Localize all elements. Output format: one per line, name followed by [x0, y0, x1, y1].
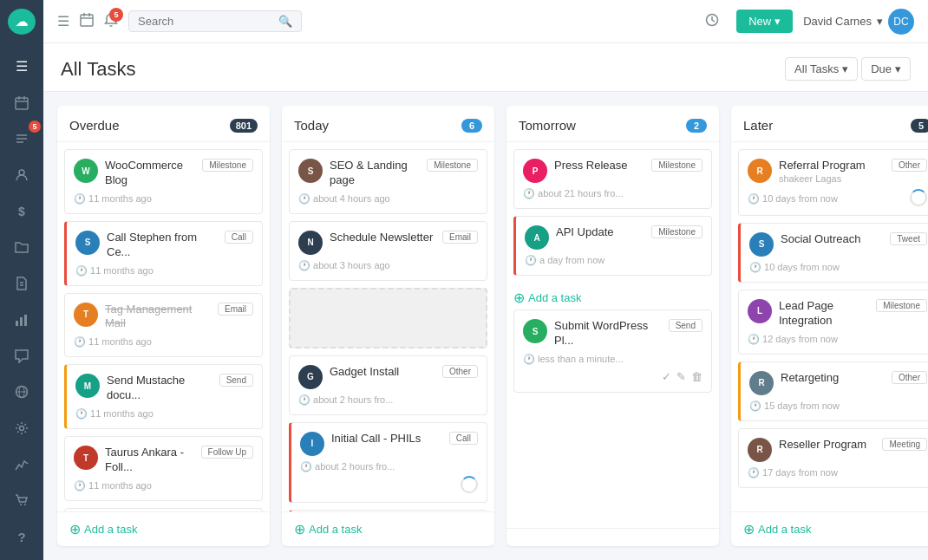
task-time: 🕐 about 4 hours ago	[298, 193, 478, 205]
loading-spinner	[910, 189, 927, 206]
sidebar-item-file[interactable]	[6, 269, 37, 298]
topbar-calendar-icon[interactable]	[80, 13, 94, 30]
new-button[interactable]: New ▾	[736, 10, 793, 33]
avatar: T	[74, 303, 98, 327]
main-content: ☰ 5 🔍 New ▾ David Carnes ▾ DC All Tasks	[43, 0, 928, 560]
search-input[interactable]	[138, 15, 273, 28]
add-task-inline[interactable]: ⊕ Add a task	[513, 283, 712, 309]
task-name: Press Release	[554, 159, 644, 173]
sidebar-item-finance[interactable]: $	[6, 197, 37, 226]
column-footer-today: ⊕ Add a task	[282, 511, 494, 546]
task-card[interactable]: I Initial Call - PHILs Call 🕐 about 2 ho…	[289, 422, 487, 503]
header-controls: All Tasks ▾ Due ▾	[785, 57, 911, 81]
task-card[interactable]: L Lead Page Integration Milestone 🕐 12 d…	[738, 290, 928, 355]
svg-point-17	[20, 504, 22, 505]
task-card[interactable]: T Taurus Ankara - Foll... Follow Up 🕐 11…	[64, 436, 263, 501]
column-body-tomorrow: P Press Release Milestone 🕐 about 21 hou…	[506, 142, 719, 528]
task-name: Referral Program	[779, 159, 885, 173]
add-task-button-tomorrow-inline[interactable]: ⊕ Add a task	[513, 290, 581, 306]
sidebar-item-settings[interactable]	[6, 413, 37, 443]
history-icon[interactable]	[705, 13, 719, 30]
add-task-button-later[interactable]: ⊕ Add a task	[743, 521, 811, 537]
task-tag: Call	[225, 231, 253, 244]
sidebar-item-folder[interactable]	[6, 233, 37, 263]
sidebar-item-tasks[interactable]: 5	[6, 124, 37, 153]
task-name: Gadget Install	[330, 365, 435, 380]
column-badge-later: 5	[911, 119, 928, 133]
sidebar-item-globe[interactable]	[6, 377, 37, 407]
column-title-tomorrow: Tomorrow	[519, 118, 576, 133]
task-card[interactable]: M Send Proposal to Mo... Send 🕐 11 month…	[64, 508, 263, 511]
column-title-later: Later	[743, 118, 773, 133]
filter-due[interactable]: Due ▾	[861, 57, 911, 81]
user-dropdown-icon: ▾	[877, 15, 883, 28]
avatar: T	[74, 446, 98, 470]
svg-rect-10	[16, 321, 18, 326]
task-name: Submit WordPress Pl...	[554, 319, 662, 348]
avatar: I	[300, 432, 324, 456]
sidebar-item-calendar[interactable]	[6, 88, 37, 118]
task-name: Call Stephen from Ce...	[107, 231, 218, 260]
add-task-label: Add a task	[528, 291, 581, 304]
avatar: R	[748, 438, 772, 462]
task-card[interactable]: N Schedule Newsletter Email 🕐 about 3 ho…	[289, 221, 487, 281]
drag-placeholder	[289, 288, 487, 348]
filter1-dropdown-icon: ▾	[842, 62, 848, 75]
task-card[interactable]: W Webinar with Andrea Meeting 🕐 about 3 …	[289, 510, 487, 511]
task-time: 🕐 12 days from now	[748, 334, 927, 345]
add-task-button-today[interactable]: ⊕ Add a task	[294, 521, 362, 537]
topbar-menu-icon[interactable]: ☰	[57, 13, 69, 29]
task-name: Retargeting	[781, 371, 885, 386]
svg-rect-19	[81, 15, 93, 26]
sidebar-item-reports[interactable]	[6, 305, 37, 335]
task-card[interactable]: G Gadget Install Other 🕐 about 2 hours f…	[289, 355, 487, 415]
task-card[interactable]: S Call Stephen from Ce... Call 🕐 11 mont…	[64, 221, 263, 286]
column-tomorrow: Tomorrow 2 P Press Release Milestone 🕐 a…	[506, 106, 719, 546]
notification-button[interactable]: 5	[104, 13, 118, 30]
user-button[interactable]: David Carnes ▾ DC	[803, 9, 914, 35]
task-tag: Tweet	[890, 232, 927, 245]
svg-point-7	[19, 170, 24, 175]
sidebar-item-help[interactable]: ?	[6, 522, 37, 551]
task-card[interactable]: S Social Outreach Tweet 🕐 10 days from n…	[738, 223, 928, 283]
column-header-today: Today 6	[282, 106, 494, 142]
task-time: 🕐 17 days from now	[748, 467, 927, 479]
filter-all-tasks[interactable]: All Tasks ▾	[785, 57, 858, 81]
add-task-button-overdue[interactable]: ⊕ Add a task	[69, 521, 137, 537]
sidebar-logo[interactable]: ☁	[8, 9, 36, 35]
avatar: P	[523, 159, 547, 183]
task-card[interactable]: R Reseller Program Meeting 🕐 17 days fro…	[738, 428, 928, 488]
task-card[interactable]: R Retargeting Other 🕐 15 days from now	[738, 361, 928, 421]
task-time: 🕐 11 months ago	[75, 408, 253, 420]
svg-rect-11	[20, 317, 23, 326]
sidebar-item-analytics[interactable]	[6, 450, 37, 479]
sidebar-item-cart[interactable]	[6, 486, 37, 516]
sidebar-item-user[interactable]	[6, 160, 37, 190]
task-time: 🕐 11 months ago	[74, 480, 253, 492]
edit-icon[interactable]: ✎	[676, 370, 686, 383]
task-card[interactable]: R Referral Program shakeer Lagas Other 🕐…	[738, 149, 928, 216]
delete-icon[interactable]: 🗑	[691, 370, 703, 383]
sidebar-item-menu[interactable]: ☰	[6, 52, 37, 81]
page-title: All Tasks	[61, 58, 135, 81]
task-tag: Email	[218, 303, 253, 316]
sidebar: ☁ ☰ 5 $ ?	[0, 0, 43, 560]
task-card[interactable]: S Submit WordPress Pl... Send 🕐 less tha…	[513, 309, 712, 393]
task-actions: ✓ ✎ 🗑	[523, 370, 703, 383]
task-card[interactable]: A API Update Milestone 🕐 a day from now	[513, 216, 712, 276]
task-card[interactable]: S SEO & Landing page Milestone 🕐 about 4…	[289, 149, 487, 214]
task-name: Lead Page Integration	[779, 299, 869, 329]
task-card[interactable]: P Press Release Milestone 🕐 about 21 hou…	[513, 149, 712, 209]
search-icon: 🔍	[278, 15, 292, 28]
column-overdue: Overdue 801 W WooCommerce Blog Milestone…	[57, 106, 270, 546]
avatar: M	[75, 374, 100, 398]
task-card[interactable]: T Tag Management Mail Email 🕐 11 months …	[64, 293, 263, 358]
task-card[interactable]: M Send Mustache docu... Send 🕐 11 months…	[64, 364, 263, 429]
avatar: S	[75, 231, 100, 255]
task-card[interactable]: W WooCommerce Blog Milestone 🕐 11 months…	[64, 149, 263, 214]
avatar: N	[298, 231, 323, 255]
complete-icon[interactable]: ✓	[662, 370, 671, 383]
sidebar-item-chat[interactable]	[6, 342, 37, 371]
filter2-dropdown-icon: ▾	[895, 62, 901, 75]
task-name: Schedule Newsletter	[330, 231, 435, 245]
